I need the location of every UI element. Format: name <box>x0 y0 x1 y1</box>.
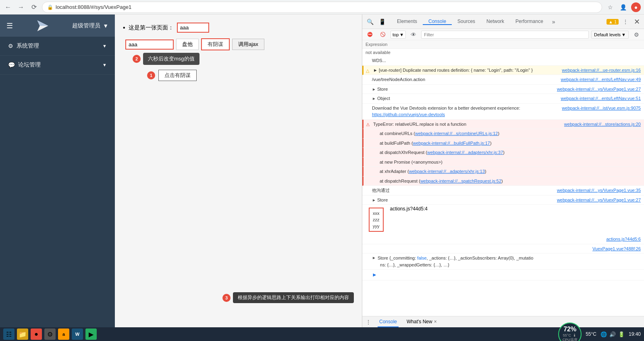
forward-button[interactable]: → <box>16 2 26 12</box>
ajax-button[interactable]: 调用ajax <box>232 39 264 50</box>
source-link-vue-esm[interactable]: webpack-internal://...ist/vue.esm.js:907… <box>559 105 641 112</box>
badge-2: 2 <box>133 55 141 63</box>
not-available-text: not available <box>362 49 644 56</box>
log-row-error-detail-5: at xhrAdapter (webpack-internal://...ada… <box>362 167 644 177</box>
default-levels-selector[interactable]: Default levels ▼ <box>591 31 629 39</box>
sidebar-item-system[interactable]: ⚙ 系统管理 ▼ <box>0 37 115 56</box>
log-row-error-detail-4: at new Promise (<anonymous>) <box>362 158 644 167</box>
page-title-label: 这是第一张页面： <box>129 24 174 31</box>
link-dispatchxhr[interactable]: webpack-internal://...adapters/xhr.js:37 <box>427 150 503 155</box>
console-filter-button[interactable]: 🚫 <box>378 29 388 40</box>
source-link-actions6[interactable]: actions.js?44d5:6 <box>606 236 641 243</box>
action-row: 盘他 有阴谋 调用ajax <box>123 38 354 50</box>
star-button[interactable]: ☆ <box>605 2 615 12</box>
sidebar-nav: ⚙ 系统管理 ▼ 💬 论坛管理 ▼ <box>0 37 115 327</box>
bottom-menu-icon[interactable]: ⋮ <box>366 319 371 325</box>
devtools-right-icons: ▲ 1 ⋮ ✕ <box>607 17 642 27</box>
tab-network[interactable]: Network <box>481 19 510 25</box>
blue-arrow-icon[interactable]: ► <box>372 271 377 279</box>
address-bar[interactable]: 🔒 localhost:8088/#/sys/VuexPage1 <box>42 2 602 13</box>
expand-icon[interactable]: ► <box>372 255 376 261</box>
log-row-vue-router: △ ► [vue-router] Duplicate named routes … <box>362 66 644 75</box>
devtools-panel: 🔍 📱 Elements Console Sources Network Per… <box>362 15 644 327</box>
log-row-vuexpage-link: VuexPage1.vue?488f:26 <box>362 244 644 254</box>
bottom-tab-whats-new[interactable]: What's New × <box>405 316 438 327</box>
console-clear-button[interactable]: ⛔ <box>365 29 375 40</box>
annotation3-area: 3 根据异步的逻辑思路上下关系输出打印相对应的内容 <box>222 292 354 303</box>
bullet-icon: • <box>123 24 125 31</box>
refresh-button[interactable]: ⟳ <box>29 2 39 12</box>
source-link-vuexpage27[interactable]: webpack-internal://...ys/VuexPage1.vue:2… <box>554 86 641 93</box>
source-link-vuexpage27b[interactable]: webpack-internal://...ys/VuexPage1.vue:2… <box>554 197 641 204</box>
chevron-down-icon: ▼ <box>102 62 107 67</box>
devtools-toolbar: 🔍 📱 Elements Console Sources Network Per… <box>362 15 644 29</box>
console-value-xxx: xxx <box>373 210 380 216</box>
link-buildfull[interactable]: webpack-internal://...buildFullPath.js:1… <box>413 141 490 146</box>
console-log-box: xxx zzz yyy <box>369 208 384 232</box>
yin-mou-button[interactable]: 有阴谋 <box>201 38 230 50</box>
filter-input[interactable] <box>421 31 589 39</box>
tab-console[interactable]: Console <box>423 19 452 25</box>
badge2-annotation: 2 六秒后改变msg的值 <box>133 53 354 65</box>
source-link-vuexpage35[interactable]: webpack-internal://...ys/VuexPage1.vue:3… <box>554 187 641 194</box>
log-row-error-detail-1: at combineURLs (webpack-internal://...s/… <box>362 129 644 139</box>
console-bar: ⛔ 🚫 top ▼ 👁 Default levels ▼ ⚙ <box>362 29 644 40</box>
devtools-close-button[interactable]: ✕ <box>632 17 642 26</box>
source-link-vuexpage488[interactable]: VuexPage1.vue?488f:26 <box>592 245 641 252</box>
log-row-tree-action: /vue/treeNodeAction.action webpack-inter… <box>362 75 644 85</box>
browser-actions: ☆ 👤 ● <box>605 2 641 12</box>
account-button[interactable]: 👤 <box>618 2 628 12</box>
title-input[interactable] <box>177 23 209 33</box>
badge-1: 1 <box>147 71 155 79</box>
more-tabs-icon[interactable]: » <box>550 19 558 25</box>
source-link-leftnav51[interactable]: webpack-internal://...ents/LeftNav.vue:5… <box>557 95 641 102</box>
log-row-devtools-download: Download the Vue Devtools extension for … <box>362 104 644 120</box>
main-input[interactable] <box>125 40 174 50</box>
title-row: • 这是第一张页面： <box>123 23 354 33</box>
settings-button[interactable]: ⚙ <box>631 29 642 40</box>
devtools-tabs: Elements Console Sources Network Perform… <box>389 19 605 25</box>
source-link-vue-router[interactable]: webpack-internal://...ue-router.esm.js:1… <box>559 67 641 74</box>
console-values-row: xxx zzz yyy actions.js?44d5:4 <box>362 205 644 235</box>
inspect-button[interactable]: 🔍 <box>365 17 375 27</box>
sidebar-item-forum[interactable]: 💬 论坛管理 ▼ <box>0 56 115 75</box>
devtools-menu-button[interactable]: ⋮ <box>620 17 631 27</box>
link-dispatchreq[interactable]: webpack-internal://...spatchRequest.js:5… <box>420 179 501 183</box>
sidebar-header: ☰ 超级管理员 ▼ <box>0 15 115 37</box>
console-body[interactable]: Expression not available WDS... △ ► [vue… <box>362 40 644 316</box>
log-row-wds: WDS... <box>362 56 644 66</box>
tab-elements[interactable]: Elements <box>391 19 423 25</box>
menu-button[interactable]: ● <box>631 2 641 12</box>
source-link-actions4[interactable]: actions.js?44d5:4 <box>390 206 428 212</box>
sidebar-toggle[interactable]: ☰ <box>6 21 13 30</box>
click-yin-mou-button[interactable]: 点击有阴谋 <box>158 70 197 81</box>
whats-new-close[interactable]: × <box>434 319 437 324</box>
context-selector[interactable]: top ▼ <box>391 31 406 39</box>
tooltip-bubble: 六秒后改变msg的值 <box>143 53 199 65</box>
device-button[interactable]: 📱 <box>377 17 387 27</box>
annotation-popup: 根据异步的逻辑思路上下关系输出打印相对应的内容 <box>233 292 354 303</box>
chevron-down-icon: ▼ <box>399 32 404 37</box>
svg-marker-1 <box>37 20 48 26</box>
source-link-actions20[interactable]: webpack-internal://...store/actions.js:2… <box>561 121 641 128</box>
pan-ta-button[interactable]: 盘他 <box>176 39 199 50</box>
warning-icon: △ <box>366 67 369 74</box>
tab-performance[interactable]: Performance <box>510 19 549 25</box>
badge-3: 3 <box>222 294 231 302</box>
devtools-link[interactable]: https://github.com/vuejs/vue-devtools <box>372 112 445 117</box>
eye-button[interactable]: 👁 <box>408 29 419 40</box>
log-row-error-detail-2: at buildFullPath (webpack-internal://...… <box>362 139 644 148</box>
bottom-tab-console[interactable]: Console <box>378 316 399 327</box>
log-row-store2: ► Store webpack-internal://...ys/VuexPag… <box>362 195 644 205</box>
log-row-store1: ► Store webpack-internal://...ys/VuexPag… <box>362 85 644 94</box>
cpu-percent: 72% <box>563 326 576 327</box>
log-row-object: ► Object webpack-internal://...ents/Left… <box>362 94 644 104</box>
console-value-zzz: zzz <box>373 216 380 223</box>
source-link-leftnav49[interactable]: webpack-internal://...ents/LeftNav.vue:4… <box>557 76 641 83</box>
tab-sources[interactable]: Sources <box>452 19 481 25</box>
link-xhradapter[interactable]: webpack-internal://...adapters/xhr.js:13 <box>409 169 485 174</box>
console-value-yyy: yyy <box>373 223 380 229</box>
link-combine[interactable]: webpack-internal://...s/combineURLs.js:1… <box>415 131 498 136</box>
log-row-arrow: ► <box>362 270 644 281</box>
back-button[interactable]: ← <box>3 2 13 12</box>
